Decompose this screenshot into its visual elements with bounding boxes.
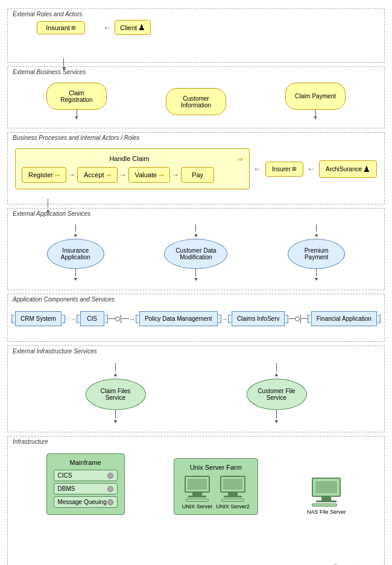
server-mainframe[interactable]: Mainframe CICS DBMS Message Queuing (46, 453, 125, 515)
comp-cis[interactable]: CIS (80, 311, 104, 326)
step-register[interactable]: Register ⇒ (22, 167, 66, 183)
step-accept-arrow: ⇒ (106, 172, 111, 178)
components-row: CRM System ···→ CIS → (13, 305, 379, 329)
screen-1 (188, 479, 207, 490)
actor-insurant[interactable]: Insurant ⊞ (37, 21, 85, 34)
unix-server1-label: UNIX Server (182, 503, 213, 510)
comp-crm[interactable]: CRM System (15, 311, 62, 326)
person-icon-archisurance: ♟ (363, 165, 370, 174)
unix-server-1-col: UNIX Server (182, 476, 213, 510)
arrow-up-claimfiles: ▲ (113, 371, 118, 377)
comp-policy-wrapper: Policy Data Management (139, 311, 218, 326)
service-premium-payment-label: Premium Payment (296, 247, 337, 260)
comp-crm-label: CRM System (21, 315, 56, 322)
arrow-to-archisurance: ← (307, 164, 315, 174)
section-business-processes: Business Processes and Internal Actors /… (7, 132, 385, 204)
step-pay[interactable]: Pay (181, 167, 214, 183)
comp-fin-left (308, 315, 311, 323)
comp-policy[interactable]: Policy Data Management (139, 311, 218, 326)
comp-policy-right (218, 315, 221, 323)
arrow-register-down: ▲ (45, 199, 51, 213)
section-label-external-roles: External Roles and Actors (11, 11, 83, 17)
infra-service-custfile-col: ▲ Customer File Service ▼ (247, 363, 307, 425)
mainframe-item-cics: CICS (54, 470, 118, 481)
arrow-down-custdata: ▼ (194, 276, 199, 282)
section-label-infrastructure: Infrastructure (11, 438, 49, 445)
service-claim-reg-label: Claim Registration (54, 90, 99, 103)
nas-keyboard (312, 503, 337, 507)
infra-service-claim-files-col: ▲ Claim Files Service ▼ (86, 363, 146, 425)
actor-archisurance[interactable]: ArchiSurance ♟ (319, 160, 377, 178)
mainframe-item-dbms: DBMS (54, 483, 118, 494)
handle-claim-box: Handle Claim ⇒ Register ⇒ → Accept ⇒ → (15, 148, 250, 189)
section-label-business: Business Processes and Internal Actors /… (11, 134, 141, 141)
app-service-insurance-col: ▲ Insurance Application ▼ (47, 224, 104, 282)
arrow-up-premium: ▲ (314, 232, 319, 238)
service-customer-data-label: Customer Data Modification (172, 247, 220, 260)
arrow-policy-claims: → (221, 315, 228, 323)
handle-claim-title: Handle Claim ⇒ (22, 155, 243, 162)
section-label-ext-infra: External Infrastructure Services (11, 348, 98, 355)
step-accept-label: Accept (84, 171, 104, 178)
mainframe-label: Mainframe (52, 459, 119, 466)
service-premium-payment[interactable]: Premium Payment (288, 239, 345, 269)
step-valuate-arrow: ⇒ (159, 172, 163, 178)
comp-claims[interactable]: Claims InfoServ (232, 311, 285, 326)
monitor-2 (220, 476, 245, 493)
arrow-reg-accept: → (68, 171, 75, 179)
section-label-app-comp: Application Components and Services (11, 296, 116, 303)
arrow-claimfiles-up (115, 363, 116, 371)
service-customer-data-mod[interactable]: Customer Data Modification (164, 239, 227, 269)
mainframe-mq-label: Message Queuing (58, 499, 107, 505)
actor-insurer-label: Insurer (272, 166, 291, 172)
unix-farm-label: Unix Server Farm (179, 464, 253, 471)
arrow-up-custdata: ▲ (194, 232, 199, 238)
mainframe-cics-label: CICS (58, 472, 72, 479)
comp-crm-wrapper: CRM System (15, 311, 62, 326)
comp-cis-left (77, 315, 80, 323)
step-accept[interactable]: Accept ⇒ (77, 167, 118, 183)
arrow-ins-app-down (75, 269, 76, 276)
infra-servers-row: Mainframe CICS DBMS Message Queuing Unix… (13, 447, 379, 521)
arrow-up-ins: ▲ (73, 232, 78, 238)
service-insurance-app[interactable]: Insurance Application (47, 239, 104, 269)
interface-bar (121, 315, 121, 323)
comp-crm-left-connector (11, 315, 14, 323)
actor-client[interactable]: Client ♟ (115, 20, 151, 35)
service-customer-file-label: Customer File Service (254, 388, 299, 401)
step-valuate[interactable]: Valuate ⇒ (128, 167, 171, 183)
arrow-ins-app-up (75, 224, 76, 232)
dashed-arrow-crm-cis: ···→ (65, 315, 76, 322)
nas-monitor-body (312, 478, 341, 497)
server-unix-farm[interactable]: Unix Server Farm UNIX Server (174, 458, 258, 515)
comp-financial-wrapper: Financial Application (311, 311, 377, 326)
comp-cis-wrapper: CIS (80, 311, 104, 326)
unix-server-2-monitor (220, 476, 245, 493)
comp-claims-wrapper: Claims InfoServ (232, 311, 285, 326)
comp-cis-label: CIS (87, 315, 97, 322)
toggle-icon-insurer: ⊞ (292, 166, 297, 172)
comp-financial[interactable]: Financial Application (311, 311, 377, 326)
service-claim-registration[interactable]: Claim Registration (46, 83, 107, 110)
arrow-down-claimfiles: ▼ (113, 418, 118, 425)
service-customer-info[interactable]: Customer Information (166, 88, 226, 115)
service-customer-file[interactable]: Customer File Service (247, 379, 307, 410)
actor-insurer[interactable]: Insurer ⊞ (265, 162, 303, 177)
section-app-components: Application Components and Services CRM … (7, 294, 385, 342)
arrow-valuate-pay: → (172, 171, 179, 179)
step-pay-label: Pay (192, 171, 203, 178)
step-register-label: Register (28, 171, 53, 178)
service-claim-payment-label: Claim Payment (295, 93, 336, 99)
arrow-up-custfile: ▲ (274, 371, 279, 377)
toggle-icon-insurant: ⊞ (71, 25, 76, 31)
service-claim-files[interactable]: Claim Files Service (86, 379, 146, 410)
arrow-down-premium: ▼ (314, 276, 319, 282)
base-1 (188, 496, 206, 497)
process-steps-row: Register ⇒ → Accept ⇒ → Valuate ⇒ → (22, 167, 243, 183)
service-claim-payment[interactable]: Claim Payment (285, 83, 346, 110)
unix-server2-label: UNIX Server2 (216, 503, 250, 510)
comp-claims-left (228, 315, 231, 323)
section-label-external-business: External Business Services (11, 69, 87, 75)
arrow-to-insurer: ← (253, 164, 262, 174)
interface-conn-1: → (108, 315, 136, 323)
